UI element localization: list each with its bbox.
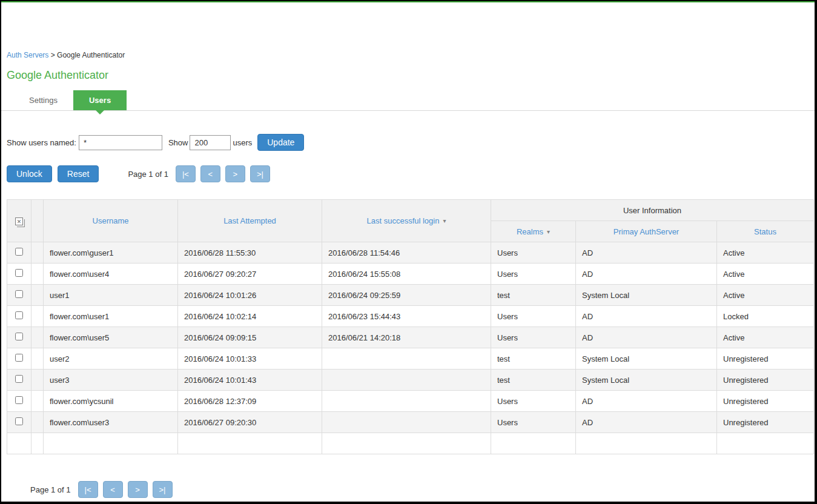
cell-username: flower.com\guser1 — [44, 242, 178, 264]
cell-last-success: 2016/06/21 14:20:18 — [322, 327, 491, 348]
cell-last-success — [322, 433, 491, 454]
next-page-button[interactable]: > — [225, 165, 245, 182]
update-button[interactable]: Update — [257, 134, 304, 151]
users-table-header: ✕ Username Last Attempted Last successfu… — [7, 200, 814, 242]
user-count-input[interactable] — [190, 135, 231, 150]
cell-status: Unregistered — [717, 412, 814, 433]
cell-last-attempted: 2016/06/24 10:02:14 — [178, 306, 322, 327]
cell-username: flower.com\user1 — [44, 306, 178, 327]
breadcrumb-current: Google Authenticator — [57, 51, 125, 59]
cell-checkbox — [7, 327, 31, 348]
table-row: flower.com\ycsunil2016/06/28 12:37:09Use… — [7, 391, 814, 412]
reset-button[interactable]: Reset — [58, 165, 99, 182]
breadcrumb-separator: > — [48, 51, 57, 59]
column-header-primay-authserver[interactable]: Primay AuthServer — [576, 221, 717, 242]
column-header-last-successful-login[interactable]: Last successful login▾ — [322, 200, 491, 242]
column-header-realms[interactable]: Realms▾ — [491, 221, 576, 242]
last-page-button[interactable]: >| — [250, 165, 270, 182]
cell-last-success — [322, 391, 491, 412]
cell-last-attempted: 2016/06/28 11:55:30 — [178, 242, 322, 264]
cell-last-attempted: 2016/06/27 09:20:30 — [178, 412, 322, 433]
cell-auth-server — [576, 433, 717, 454]
cell-auth-server: AD — [576, 391, 717, 412]
table-row — [7, 433, 814, 454]
cell-auth-server: System Local — [576, 370, 717, 391]
cell-checkbox — [7, 433, 31, 454]
table-row: flower.com\user42016/06/27 09:20:272016/… — [7, 264, 814, 285]
cell-spacer — [31, 370, 44, 391]
row-checkbox[interactable] — [15, 248, 23, 256]
row-checkbox[interactable] — [15, 375, 23, 383]
last-page-button[interactable]: >| — [153, 481, 173, 498]
cell-status: Active — [717, 285, 814, 306]
cell-realm: test — [491, 348, 576, 370]
prev-page-button[interactable]: < — [103, 481, 123, 498]
sort-desc-icon: ▾ — [547, 228, 550, 235]
sort-desc-icon: ▾ — [443, 217, 446, 224]
cell-last-attempted: 2016/06/24 10:01:26 — [178, 285, 322, 306]
cell-spacer — [31, 306, 44, 327]
spacer-header-cell — [31, 200, 44, 242]
page-info-bottom: Page 1 of 1 — [30, 485, 71, 494]
cell-status: Unregistered — [717, 370, 814, 391]
row-checkbox[interactable] — [15, 290, 23, 298]
table-row: flower.com\user12016/06/24 10:02:142016/… — [7, 306, 814, 327]
cell-last-success: 2016/06/23 15:44:43 — [322, 306, 491, 327]
username-filter-input[interactable] — [79, 135, 162, 150]
top-whitespace — [1, 2, 815, 51]
cell-auth-server: AD — [576, 306, 717, 327]
table-row: user32016/06/24 10:01:43testSystem Local… — [7, 370, 814, 391]
cell-last-attempted: 2016/06/28 12:37:09 — [178, 391, 322, 412]
select-all-icon[interactable]: ✕ — [15, 217, 23, 225]
cell-realm — [491, 433, 576, 454]
cell-status: Active — [717, 264, 814, 285]
cell-last-attempted: 2016/06/24 10:01:33 — [178, 348, 322, 370]
cell-username: flower.com\ycsunil — [44, 391, 178, 412]
tab-settings[interactable]: Settings — [13, 90, 73, 110]
next-page-button[interactable]: > — [128, 481, 148, 498]
row-checkbox[interactable] — [15, 269, 23, 277]
action-bar: Unlock Reset Page 1 of 1 |< < > >| — [7, 165, 815, 182]
row-checkbox[interactable] — [15, 333, 23, 340]
breadcrumb-link-auth-servers[interactable]: Auth Servers — [7, 51, 48, 59]
cell-last-attempted: 2016/06/24 10:01:43 — [178, 370, 322, 391]
first-page-button[interactable]: |< — [78, 481, 98, 498]
table-row: flower.com\user52016/06/24 09:09:152016/… — [7, 327, 814, 348]
cell-checkbox — [7, 306, 31, 327]
cell-realm: test — [491, 285, 576, 306]
cell-realm: test — [491, 370, 576, 391]
cell-status: Active — [717, 242, 814, 264]
cell-auth-server: System Local — [576, 285, 717, 306]
pager-bottom: |< < > >| — [73, 481, 173, 498]
cell-status: Active — [717, 327, 814, 348]
row-checkbox[interactable] — [15, 396, 23, 404]
user-filter-bar: Show users named: Show users Update — [7, 134, 815, 151]
cell-username: user3 — [44, 370, 178, 391]
cell-checkbox — [7, 370, 31, 391]
column-header-status[interactable]: Status — [717, 221, 814, 242]
cell-spacer — [31, 242, 44, 264]
show-users-named-label: Show users named: — [7, 138, 76, 147]
unlock-button[interactable]: Unlock — [7, 165, 52, 182]
row-checkbox[interactable] — [15, 354, 23, 362]
users-table-body: flower.com\guser12016/06/28 11:55:302016… — [7, 242, 814, 454]
page-info-top: Page 1 of 1 — [128, 170, 168, 179]
cell-status: Locked — [717, 306, 814, 327]
cell-last-success — [322, 348, 491, 370]
table-row: user12016/06/24 10:01:262016/06/24 09:25… — [7, 285, 814, 306]
prev-page-button[interactable]: < — [200, 165, 220, 182]
cell-spacer — [31, 391, 44, 412]
users-table: ✕ Username Last Attempted Last successfu… — [7, 199, 814, 454]
cell-checkbox — [7, 285, 31, 306]
first-page-button[interactable]: |< — [176, 165, 196, 182]
cell-username: flower.com\user4 — [44, 264, 178, 285]
cell-spacer — [31, 285, 44, 306]
cell-last-attempted: 2016/06/24 09:09:15 — [178, 327, 322, 348]
cell-username — [44, 433, 178, 454]
table-row: user22016/06/24 10:01:33testSystem Local… — [7, 348, 814, 370]
column-header-last-attempted[interactable]: Last Attempted — [178, 200, 322, 242]
row-checkbox[interactable] — [15, 311, 23, 319]
column-header-username[interactable]: Username — [44, 200, 178, 242]
tab-users[interactable]: Users — [73, 90, 127, 110]
row-checkbox[interactable] — [15, 417, 23, 425]
